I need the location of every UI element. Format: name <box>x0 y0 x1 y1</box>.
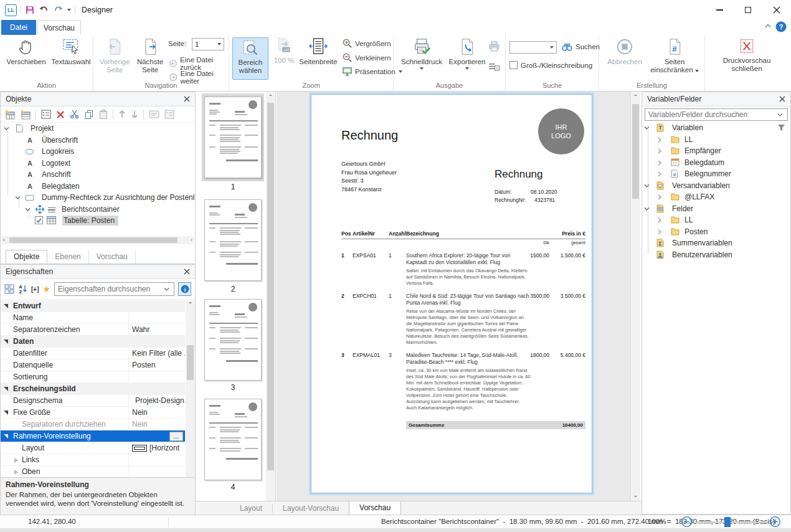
print-button[interactable] <box>488 41 500 52</box>
property-row[interactable]: Name <box>1 312 185 324</box>
move-down-button[interactable] <box>131 110 138 118</box>
close-button[interactable] <box>762 0 791 20</box>
delete-object-button[interactable] <box>56 110 65 119</box>
property-row[interactable]: DesignschemaProjekt-Design... <box>1 395 185 407</box>
seite-spinner[interactable]: 1 <box>192 38 224 50</box>
seite-spinner-dropdown[interactable] <box>214 39 224 50</box>
vscroll-thumb[interactable] <box>632 104 639 199</box>
textauswahl-button[interactable]: Textauswahl <box>50 37 92 66</box>
tree-item-anschrift[interactable]: A Anschrift <box>1 169 195 181</box>
assign-data-button[interactable] <box>149 110 159 119</box>
object-properties-button[interactable] <box>41 110 51 119</box>
page-thumbnail-3[interactable] <box>202 296 264 384</box>
variables-panel-close-button[interactable] <box>779 96 785 102</box>
help-button[interactable]: ? <box>775 21 787 32</box>
insert-report-container-button[interactable] <box>20 110 31 120</box>
minimize-button[interactable] <box>705 0 734 20</box>
scroll-up-icon[interactable]: ⌃ <box>631 93 640 102</box>
case-sensitive-checkbox[interactable]: Groß-/Kleinschreibung <box>509 61 592 69</box>
paste-button[interactable] <box>99 110 108 120</box>
tree-item-llfax[interactable]: @LLFAX <box>642 191 790 203</box>
tab-objekte[interactable]: Objekte <box>6 250 47 264</box>
tab-datei[interactable]: Datei <box>1 20 36 35</box>
tab-layout-vorschau[interactable]: Layout-Vorschau <box>273 501 349 515</box>
ribbon-collapse-button[interactable] <box>765 24 771 29</box>
page-thumbnail-2[interactable] <box>202 196 264 284</box>
tree-item-tabelle-posten[interactable]: Tabelle: Posten <box>1 215 195 227</box>
ellipsis-button[interactable]: ... <box>169 432 183 441</box>
tree-item-summenvariablen[interactable]: Σ Summenvariablen <box>642 237 790 249</box>
scroll-down-icon[interactable]: ⌄ <box>631 491 640 500</box>
tree-item-belegnummer[interactable]: # Belegnummer <box>642 168 790 180</box>
chevron-down-icon[interactable] <box>644 184 650 188</box>
tree-item-empfaenger[interactable]: Empfänger <box>642 145 790 157</box>
vscroll-thumb[interactable] <box>187 345 194 380</box>
objects-panel-close-button[interactable] <box>184 96 190 102</box>
scroll-up-icon[interactable]: ⌃ <box>266 93 275 102</box>
chevron-down-icon[interactable] <box>25 207 31 212</box>
property-category[interactable]: Daten <box>1 336 185 348</box>
property-row[interactable]: Links <box>1 454 185 466</box>
tab-vorschau[interactable]: Vorschau <box>37 20 81 35</box>
naechste-seite-button[interactable]: Nächste Seite <box>133 37 167 74</box>
save-button[interactable] <box>25 5 35 15</box>
abbrechen-button[interactable]: Abbrechen <box>605 37 644 66</box>
cut-button[interactable] <box>70 110 79 119</box>
properties-search-dropdown[interactable] <box>164 287 174 292</box>
tree-item-berichtscontainer[interactable]: Berichtscontainer <box>1 204 195 216</box>
expand-all-button[interactable]: [+] <box>31 286 39 293</box>
chevron-right-icon[interactable] <box>658 217 661 223</box>
tree-item-ueberschrift[interactable]: A Überschrift <box>1 135 195 146</box>
tab-ebenen[interactable]: Ebenen <box>47 250 88 264</box>
suchen-button[interactable]: Suchen <box>562 42 600 51</box>
chevron-down-icon[interactable] <box>644 126 650 130</box>
seiten-einschraenken-button[interactable]: # Seiten einschränken <box>648 37 701 74</box>
vorherige-seite-button[interactable]: Vorherige Seite <box>97 37 132 74</box>
tree-item-ll-variables[interactable]: LL <box>642 134 790 146</box>
chevron-down-icon[interactable] <box>15 196 21 200</box>
categorized-view-button[interactable] <box>4 284 14 294</box>
seitenbreite-button[interactable]: Seitenbreite <box>298 37 339 66</box>
scroll-up-icon[interactable]: ⌃ <box>186 300 195 309</box>
variables-search[interactable] <box>645 108 788 121</box>
property-row[interactable]: Layout[Horizont <box>1 442 185 454</box>
objects-hscrollbar[interactable]: ‹ › <box>2 236 194 244</box>
more-objects-button[interactable] <box>164 110 174 119</box>
preview-vscrollbar[interactable]: ⌃ ⌄ <box>630 92 640 501</box>
chevron-down-icon[interactable] <box>4 126 9 131</box>
redo-button[interactable] <box>53 6 64 15</box>
preview-page-selection-frame[interactable]: Rechnung IHRLOGO Geiertours GmbH Frau Ro… <box>309 92 594 495</box>
tree-item-variablen[interactable]: T Variablen <box>642 122 790 134</box>
info-button[interactable]: i <box>178 282 191 296</box>
properties-vscrollbar[interactable]: ⌃ <box>186 300 195 477</box>
scroll-right-icon[interactable]: › <box>191 237 192 243</box>
property-row[interactable]: Oben <box>1 466 185 477</box>
visibility-checkbox[interactable] <box>35 216 43 224</box>
zoom-out-button[interactable] <box>681 516 692 527</box>
property-row[interactable]: Fixe GrößeNein <box>1 407 185 419</box>
chevron-right-icon[interactable] <box>658 171 661 177</box>
filter-icon[interactable] <box>777 124 785 131</box>
move-up-button[interactable] <box>118 110 126 118</box>
exportieren-button[interactable]: Exportieren <box>447 37 487 70</box>
scroll-left-icon[interactable]: ‹ <box>3 237 5 243</box>
property-category[interactable]: Entwurf <box>1 300 185 312</box>
schnelldruck-button[interactable]: Schnelldruck <box>399 37 445 70</box>
copy-button[interactable] <box>84 110 94 120</box>
invoice-page[interactable]: Rechnung IHRLOGO Geiertours GmbH Frau Ro… <box>311 94 592 493</box>
hscroll-thumb[interactable] <box>9 237 178 243</box>
tab-vorschau-panel[interactable]: Vorschau <box>89 250 136 264</box>
tab-vorschau-mode[interactable]: Vorschau <box>349 501 401 515</box>
zoom-slider-thumb[interactable] <box>724 517 731 527</box>
qat-customize-button[interactable] <box>67 9 71 11</box>
insert-table-button[interactable] <box>4 110 15 120</box>
tree-item-posten[interactable]: Posten <box>642 226 790 238</box>
chevron-down-icon[interactable] <box>644 207 650 211</box>
variables-search-dropdown[interactable] <box>777 113 787 117</box>
tree-item-benutzervariablen[interactable]: Benutzervariablen <box>642 249 790 261</box>
print-options-button[interactable] <box>488 62 500 72</box>
thumbnails-vscrollbar[interactable]: ⌃ <box>266 92 275 501</box>
zoom-in-button[interactable] <box>770 516 780 527</box>
property-row-selected[interactable]: Rahmen-Voreinstellung... <box>1 430 185 442</box>
tree-item-ll-fields[interactable]: LL <box>642 214 790 226</box>
